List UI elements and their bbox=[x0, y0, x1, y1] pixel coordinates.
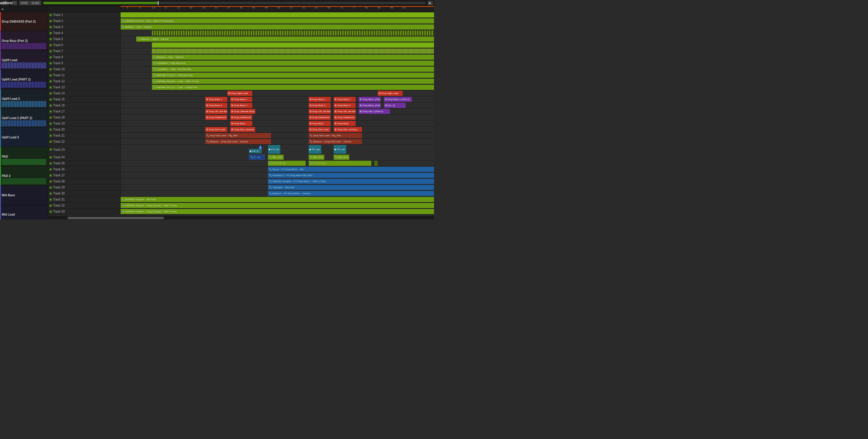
clip[interactable]: ⊞ Drop High Lead bbox=[378, 91, 403, 96]
clip[interactable]: ⊞ Drop DABASSS bbox=[334, 115, 355, 120]
track-11-content[interactable]: 🔧 FabFilter Pro-Q 3 – Clap Mix level bbox=[121, 72, 434, 78]
track-30-content[interactable]: 🔧 Balance – FX Drop Alarm – Volume bbox=[121, 191, 434, 196]
sidebar-item-mid-lead[interactable]: Mid Lead bbox=[0, 205, 48, 220]
track-15-content[interactable]: ⊞ Drop Bass 1 ⊞ Drop Bass 1 ⊞ Drop Bass … bbox=[121, 96, 434, 102]
track-12-content[interactable]: 🔧 FabFilter Simplon – Clap – Filter 1 Fr… bbox=[121, 78, 434, 84]
sidebar-item-uplif-lead-2-part2[interactable]: Uplif Lead 2 (PART 2) bbox=[0, 109, 48, 128]
ruler-mark: 25 bbox=[190, 6, 193, 9]
clip[interactable]: ⊞ Drop Ulti..s (Part 2) bbox=[359, 109, 390, 114]
ruler-mark: 37 bbox=[227, 6, 230, 9]
track-1-content[interactable] bbox=[121, 12, 434, 18]
clip[interactable]: ⊞ Drop Ultimate Bass bbox=[230, 109, 255, 114]
track-6-content[interactable] bbox=[121, 42, 434, 48]
track-32-content[interactable]: 🔧 FabFilter Simplon – Drop (Group) – Fil… bbox=[121, 203, 434, 208]
clip[interactable]: ⊞ Drop Bass 1 (Part 2) bbox=[384, 97, 412, 102]
clip[interactable]: ⊞ Drop Dist Lead bbox=[309, 127, 331, 132]
clip[interactable]: ⊞ Drop Dist..version) bbox=[230, 127, 255, 132]
clip[interactable]: 🔧 B..me bbox=[249, 155, 265, 160]
clip[interactable]: ⊞ Drop Ulti..ate Bass bbox=[334, 109, 355, 114]
track-row: Track 32 🔧 FabFilter Simplon – Drop (Gro… bbox=[48, 203, 434, 209]
track-19-content[interactable]: ⊞ Drop Bazz ⊞ Drop Bazz ⊞ Drop Bazz bbox=[121, 121, 434, 126]
clip[interactable]: ⊞ Drop Bass..(Part 2) bbox=[359, 97, 381, 102]
clip[interactable]: ⊞ Drop Bass 1 bbox=[334, 97, 355, 102]
clip[interactable]: ⊞ Drop Bass 1 bbox=[309, 97, 331, 102]
clip-label: 🔧 Crystalline – Clap – Dry Wet Mix bbox=[153, 68, 191, 70]
track-16-content[interactable]: ⊞ Drop Bass 2 ⊞ Drop Bass 2 ⊞ Drop Bass … bbox=[121, 103, 434, 108]
sidebar-item-pad2[interactable]: PAD 2 bbox=[0, 167, 48, 186]
track-4-content[interactable] bbox=[121, 30, 434, 36]
clip[interactable]: ⊞ Drop Bazz bbox=[309, 121, 331, 126]
track-13-label: Track 13 bbox=[48, 84, 121, 90]
track-31-content[interactable]: 🔧 FabFilter Simplon – Mix level bbox=[121, 197, 434, 202]
track-13-content[interactable]: 🔧 FabFilter Pro-Q 3 – Clap – Output Pan bbox=[121, 84, 434, 90]
clip[interactable]: ▶ FX..ust bbox=[309, 145, 321, 154]
sidebar-item-uplift-lead[interactable]: Uplift Lead bbox=[0, 51, 48, 70]
track-2-content[interactable]: 🔧 FabFilter Pro-Q 3 – Kick – Band 1 Freq… bbox=[121, 18, 434, 24]
track-5-content[interactable]: 🔧 Balance – Hihat – Volume bbox=[121, 36, 434, 42]
clip[interactable]: ⊞ Drop Ulti..ate Bass bbox=[309, 109, 331, 114]
track-23-content[interactable]: ▶ FX..b ▶ FX..ust ▶ FX..ust ▶ FX..ust bbox=[121, 145, 434, 154]
sidebar-item-mid-bass[interactable]: Mid Bass bbox=[0, 186, 48, 205]
clip[interactable]: ⊞ Drop Bass 1 bbox=[230, 97, 252, 102]
clip[interactable]: ⊞ Drop DABASSS bbox=[230, 115, 252, 120]
clip[interactable]: ⊞ Drop Bass 2 bbox=[205, 103, 227, 108]
track-name: Track 10 bbox=[53, 67, 65, 71]
clip[interactable]: ⊞ Drop Ulti..ate Bass bbox=[205, 109, 227, 114]
clip-label: ⊞ Drop Dist..version) bbox=[335, 128, 357, 131]
track-21-content[interactable]: 🔧 Drop Dist Lead – Flg_Wet 🔧 Drop Dist L… bbox=[121, 133, 434, 138]
track-10-content[interactable]: 🔧 Crystalline – Clap – Dry Wet Mix bbox=[121, 66, 434, 72]
sidebar-item-uplift-lead-part2[interactable]: Uplift Lead (PART 2) bbox=[0, 70, 48, 89]
sidebar-item-uplif-lead-3[interactable]: Uplif Lead 3 bbox=[0, 128, 48, 147]
sidebar-item-label: Drop DABASSS (Part 2) bbox=[2, 20, 36, 23]
track-row: Track 26 🔧 Raum – FX Drop Alarm – Mix bbox=[48, 167, 434, 173]
clip[interactable]: ⊞ Drop Bazz bbox=[334, 121, 355, 126]
track-8-content[interactable]: 🔧 Balance – Clap – Volume bbox=[121, 54, 434, 60]
clip[interactable]: ⊞ Drop Bass 2 bbox=[230, 103, 252, 108]
clip[interactable]: ⊞ Drop Bass 2 bbox=[334, 103, 355, 108]
clip[interactable]: ⊞ Drop Dist..version) bbox=[334, 127, 362, 132]
clip[interactable]: ⊞ Drop Dist Lead bbox=[205, 127, 227, 132]
clip[interactable]: ⊞ Drop Bass 2 bbox=[309, 103, 331, 108]
track-28-content[interactable]: 🔧 FabFilter Simplon – FX Drop Alarm – Fi… bbox=[121, 178, 434, 184]
track-33-content[interactable]: 🔧 FabFilter Simplon – Drop (Group) – Fil… bbox=[121, 209, 434, 214]
clip[interactable]: ⊞ Drop DABASSS bbox=[309, 115, 331, 120]
add-track-button[interactable]: + bbox=[12, 1, 17, 5]
ruler[interactable]: 5 9 13 17 21 25 29 33 37 41 45 49 53 57 bbox=[121, 6, 434, 12]
clip-label: ⊞ Drop Dist Lead bbox=[206, 128, 225, 131]
track-25-content[interactable]: 🔧 F..F..F..F..rm 🔧 F..F..F..F..m bbox=[121, 160, 434, 166]
clip[interactable]: ⊞ Drop Bazz bbox=[230, 121, 252, 126]
track-27-content[interactable]: 🔧 Kickstart 2 – FX Drop Alarm Mix level bbox=[121, 173, 434, 178]
track-24-content[interactable]: 🔧 B..me 🔧 Bal..ume 🔧 Bal..ume 🔧 Bal..ume bbox=[121, 154, 434, 160]
sidebar-item-drop-dabasss[interactable]: Drop DABASSS (Part 2) bbox=[0, 12, 48, 31]
clip[interactable]: ⊞ Drop Bass 1 bbox=[205, 97, 227, 102]
horizontal-scrollbar[interactable] bbox=[48, 216, 434, 220]
track-18-content[interactable]: ⊞ Drop DABASSS ⊞ Drop DABASSS ⊞ Drop DAB… bbox=[121, 115, 434, 120]
track-3-content[interactable]: 🔧 Balance – Kick – Volume bbox=[121, 24, 434, 30]
track-26-label: Track 26 bbox=[48, 167, 121, 172]
clip[interactable]: ▶ FX..ust bbox=[334, 145, 346, 154]
track-9-content[interactable]: 🔧 Crystalline – Clap Mix level bbox=[121, 60, 434, 66]
ruler-mark: 21 bbox=[177, 6, 180, 9]
track-20-content[interactable]: ⊞ Drop Dist Lead ⊞ Drop Dist..version) ⊞… bbox=[121, 127, 434, 133]
clip[interactable]: ▶ FX..ust bbox=[268, 145, 281, 154]
track-22-content[interactable]: 🔧 Balance – Drop Dist Lead – Volume 🔧 Ba… bbox=[121, 139, 434, 144]
clip-label: ⊞ Dro..2) bbox=[385, 104, 395, 107]
scroll-right-button[interactable]: ▶ bbox=[428, 1, 433, 5]
track-29-content[interactable]: 🔧 Transpire – Mix level bbox=[121, 184, 434, 190]
clip[interactable]: ⊞ Drop High Lead bbox=[227, 91, 252, 96]
track-26-content[interactable]: 🔧 Raum – FX Drop Alarm – Mix bbox=[121, 167, 434, 172]
track-16-label: Track 16 bbox=[48, 103, 121, 108]
track-7-content[interactable] bbox=[121, 48, 434, 54]
clip[interactable]: ⊞ Drop DABASSS bbox=[205, 115, 227, 120]
clip[interactable]: ⊞ Dro..2) bbox=[384, 103, 406, 108]
clip[interactable]: ▶ FX..b bbox=[249, 149, 261, 153]
track-17-content[interactable]: ⊞ Drop Ulti..ate Bass ⊞ Drop Ultimate Ba… bbox=[121, 109, 434, 114]
slide-button[interactable]: SLIDE bbox=[30, 1, 41, 5]
scrollbar-thumb[interactable] bbox=[67, 217, 164, 219]
sidebar-item-drop-bazz[interactable]: Drop Bazz (Part 2) bbox=[0, 31, 48, 51]
sidebar-item-pad[interactable]: PAD bbox=[0, 147, 48, 167]
step-button[interactable]: STEP bbox=[19, 1, 30, 5]
clip[interactable]: ⊞ Drop Bass..(Part 2) bbox=[359, 103, 381, 108]
sidebar-item-uplift-lead-2[interactable]: Uplift Lead 2 bbox=[0, 89, 48, 109]
track-14-content[interactable]: ⊞ Drop High Lead ⊞ Drop High Lead bbox=[121, 90, 434, 96]
